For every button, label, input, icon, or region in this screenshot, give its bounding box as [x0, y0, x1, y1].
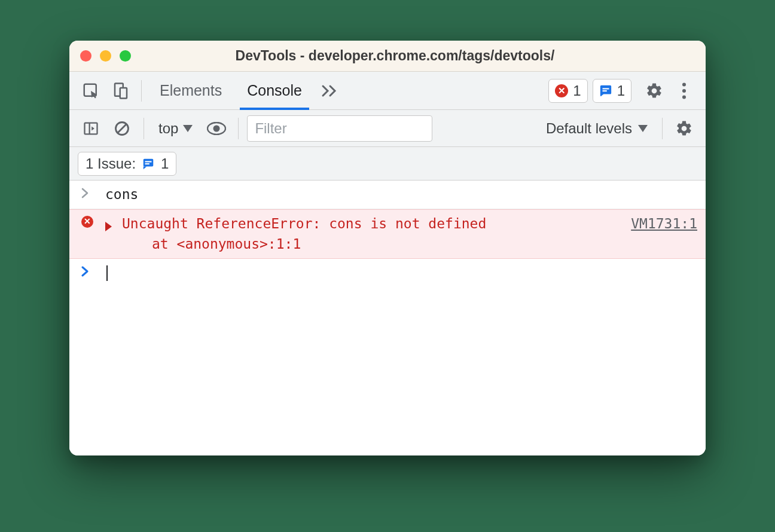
svg-point-6: [682, 82, 686, 86]
svg-rect-17: [145, 163, 149, 164]
svg-rect-16: [145, 161, 152, 162]
error-message: Uncaught ReferenceError: cons is not def…: [122, 213, 620, 255]
context-selector[interactable]: top: [152, 117, 199, 140]
console-settings-icon[interactable]: [671, 115, 697, 142]
error-line-1: Uncaught ReferenceError: cons is not def…: [122, 213, 620, 234]
console-prompt-row[interactable]: [69, 259, 706, 287]
svg-point-8: [682, 95, 686, 99]
error-row-icon: ✕: [81, 213, 105, 228]
clear-console-icon[interactable]: [109, 115, 135, 142]
window-controls: [80, 50, 131, 62]
console-error-row: ✕ Uncaught ReferenceError: cons is not d…: [69, 209, 706, 259]
errors-count: 1: [573, 82, 581, 99]
errors-badge[interactable]: ✕ 1: [548, 79, 587, 103]
inspect-element-icon[interactable]: [78, 78, 104, 104]
divider: [141, 80, 142, 102]
svg-point-7: [682, 88, 686, 92]
input-marker: [81, 184, 105, 200]
error-icon: ✕: [81, 216, 93, 228]
chevron-down-icon: [183, 125, 193, 132]
svg-rect-5: [602, 90, 606, 91]
issues-badge[interactable]: 1: [593, 79, 631, 103]
issues-count: 1: [617, 82, 625, 99]
tab-console-label: Console: [247, 82, 302, 99]
error-source-link[interactable]: VM1731:1: [631, 213, 697, 234]
toggle-sidebar-icon[interactable]: [78, 115, 104, 142]
settings-icon[interactable]: [641, 78, 667, 104]
prompt-caret: [105, 262, 108, 283]
maximize-window-button[interactable]: [120, 50, 131, 62]
console-output: cons ✕ Uncaught ReferenceError: cons is …: [69, 181, 706, 455]
svg-rect-15: [144, 158, 154, 166]
close-window-button[interactable]: [80, 50, 91, 62]
svg-rect-3: [600, 85, 611, 93]
issues-chip-label: 1 Issue:: [86, 155, 136, 172]
titlebar: DevTools - developer.chrome.com/tags/dev…: [69, 41, 706, 72]
live-expression-icon[interactable]: [203, 115, 230, 142]
prompt-marker: [81, 262, 105, 278]
svg-rect-2: [120, 88, 127, 99]
tab-elements[interactable]: Elements: [149, 72, 233, 110]
device-toggle-icon[interactable]: [108, 78, 134, 104]
minimize-window-button[interactable]: [100, 50, 111, 62]
issue-icon: [142, 157, 155, 170]
divider: [238, 118, 239, 139]
log-level-label: Default levels: [546, 120, 632, 137]
main-toolbar: Elements Console ✕ 1: [69, 72, 706, 110]
issues-chip-count: 1: [161, 155, 169, 172]
tab-elements-label: Elements: [160, 82, 222, 99]
console-toolbar: top Default levels: [69, 110, 706, 147]
error-icon: ✕: [555, 84, 568, 97]
tab-console[interactable]: Console: [236, 72, 313, 110]
console-command-row: cons: [69, 181, 706, 209]
divider: [144, 118, 144, 139]
context-label: top: [158, 120, 178, 137]
expand-toggle[interactable]: [105, 213, 122, 231]
divider: [662, 118, 663, 139]
more-tabs-icon[interactable]: [316, 78, 343, 104]
issues-bar: 1 Issue: 1: [69, 147, 706, 181]
filter-input[interactable]: [247, 115, 432, 142]
window-title: DevTools - developer.chrome.com/tags/dev…: [143, 48, 647, 64]
chevron-down-icon: [638, 125, 648, 132]
issue-icon: [599, 84, 612, 97]
status-badges: ✕ 1 1: [548, 79, 631, 103]
svg-rect-9: [85, 123, 97, 134]
svg-point-14: [213, 125, 220, 132]
svg-rect-4: [602, 88, 609, 89]
kebab-menu-icon[interactable]: [671, 78, 697, 104]
devtools-window: DevTools - developer.chrome.com/tags/dev…: [69, 41, 706, 455]
log-level-selector[interactable]: Default levels: [540, 120, 654, 137]
error-line-2: at <anonymous>:1:1: [122, 234, 620, 255]
console-command-text: cons: [105, 184, 138, 205]
svg-line-12: [118, 124, 126, 133]
triangle-right-icon: [105, 222, 112, 231]
issues-chip[interactable]: 1 Issue: 1: [78, 152, 176, 176]
